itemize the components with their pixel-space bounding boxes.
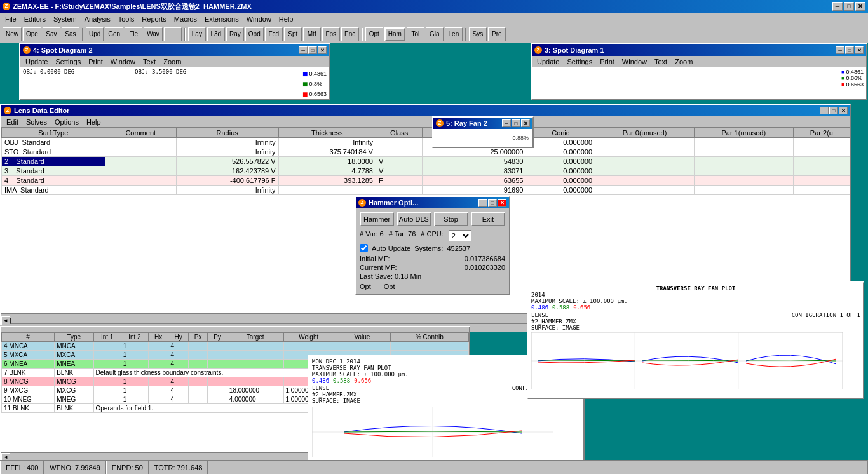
mf-cell[interactable] xyxy=(188,386,208,395)
mf-cell[interactable]: 6 MNEA xyxy=(2,360,55,369)
menu-editors[interactable]: Editors xyxy=(20,14,50,24)
menu-tools[interactable]: Tools xyxy=(114,14,139,24)
cell-conic[interactable]: 0.000000 xyxy=(526,138,595,147)
mf-cell[interactable]: 4 xyxy=(168,360,188,369)
mf-cell[interactable] xyxy=(390,342,468,351)
lens-editor-minimize[interactable]: ─ xyxy=(820,107,829,114)
mf-cell[interactable] xyxy=(334,342,391,351)
mf-cell[interactable]: 4 xyxy=(168,395,188,404)
hammer-minimize[interactable]: ─ xyxy=(478,199,487,207)
ray-fan-close[interactable]: ✕ xyxy=(521,119,530,127)
mf-cell[interactable] xyxy=(148,377,168,386)
spot1-menu-print[interactable]: Print xyxy=(596,57,618,66)
lens-menu-edit[interactable]: Edit xyxy=(3,118,22,126)
hammer-close[interactable]: ✕ xyxy=(498,199,506,207)
hammer-dialog-title[interactable]: Z Hammer Opti... ─ □ ✕ xyxy=(356,197,509,208)
cell-par1[interactable] xyxy=(694,157,793,166)
mf-cell[interactable]: MNEA xyxy=(55,360,93,369)
lens-editor-title-bar[interactable]: Z Lens Data Editor ─ □ ✕ xyxy=(1,105,850,116)
spot2-menu-print[interactable]: Print xyxy=(85,57,107,66)
hammer-autodls-btn[interactable]: Auto DLS xyxy=(397,212,431,226)
mf-cell[interactable]: BLNK xyxy=(55,404,93,413)
cell-comment[interactable] xyxy=(105,138,176,147)
btn-new[interactable]: New xyxy=(3,27,22,41)
mf-cell[interactable]: MNCG xyxy=(55,377,93,386)
cell-par0[interactable] xyxy=(595,157,695,166)
spot1-menu-update[interactable]: Update xyxy=(533,57,563,66)
spot1-menu-text[interactable]: Text xyxy=(651,57,671,66)
cell-par2[interactable] xyxy=(793,138,850,147)
mf-cell[interactable] xyxy=(188,342,208,351)
mf-cell[interactable] xyxy=(227,351,283,360)
btn-ham[interactable]: Ham xyxy=(384,27,405,41)
mf-cell[interactable]: 11 BLNK xyxy=(2,404,55,413)
cell-par1[interactable] xyxy=(694,186,793,195)
mf-cell[interactable]: 8 MNCG xyxy=(2,377,55,386)
cell-thickness[interactable]: 375.740184 V xyxy=(278,147,376,157)
btn-fcd[interactable]: Fcd xyxy=(265,27,283,41)
mf-cell[interactable] xyxy=(93,386,121,395)
close-button[interactable]: ✕ xyxy=(855,2,865,11)
lens-menu-options[interactable]: Options xyxy=(51,118,83,126)
btn-enc[interactable]: Enc xyxy=(341,27,359,41)
menu-analysis[interactable]: Analysis xyxy=(81,14,114,24)
btn-ray[interactable]: Ray xyxy=(226,27,244,41)
spot1-menu-window[interactable]: Window xyxy=(618,57,651,66)
btn-mtf[interactable]: Mtf xyxy=(303,27,321,41)
cell-glass[interactable]: V xyxy=(376,157,422,166)
cell-radius[interactable]: Infinity xyxy=(176,138,278,147)
cell-par0[interactable] xyxy=(595,147,695,157)
mf-cell[interactable]: MXCA xyxy=(55,351,93,360)
mf-cell[interactable] xyxy=(93,342,121,351)
spot1-close[interactable]: ✕ xyxy=(855,46,864,54)
spot1-minimize[interactable]: ─ xyxy=(836,46,844,54)
cell-thickness[interactable] xyxy=(278,186,376,195)
mf-cell[interactable] xyxy=(227,342,283,351)
lens-editor-maximize[interactable]: □ xyxy=(829,107,838,114)
lens-menu-help[interactable]: Help xyxy=(83,118,105,126)
cell-comment[interactable] xyxy=(105,176,176,186)
cell-surf[interactable]: IMA Standard xyxy=(2,186,105,195)
spot2-menu-update[interactable]: Update xyxy=(22,57,51,66)
btn-fps[interactable]: Fps xyxy=(322,27,340,41)
mf-cell[interactable]: 1 xyxy=(121,395,148,404)
mf-cell[interactable]: 1 xyxy=(121,351,148,360)
ray-fan-minimize[interactable]: ─ xyxy=(502,119,511,127)
cell-thickness[interactable]: 4.7788 xyxy=(278,166,376,176)
btn-spt[interactable]: Spt xyxy=(284,27,302,41)
mf-cell[interactable] xyxy=(188,360,208,369)
mf-cell[interactable] xyxy=(93,395,121,404)
hammer-exit-btn[interactable]: Exit xyxy=(471,212,505,226)
mf-cell[interactable] xyxy=(93,351,121,360)
table-row[interactable]: IMA Standard Infinity 91690 0.000000 xyxy=(2,186,850,195)
mf-cell[interactable]: 4.000000 xyxy=(227,395,283,404)
mf-cell[interactable] xyxy=(208,386,227,395)
table-row[interactable]: OBJ Standard Infinity Infinity Infinity … xyxy=(2,138,850,147)
cell-par2[interactable] xyxy=(793,157,850,166)
mf-cell[interactable] xyxy=(208,351,227,360)
btn-gen[interactable]: Gen xyxy=(105,27,123,41)
cell-surf[interactable]: 2 Standard xyxy=(2,157,105,166)
spot2-minimize[interactable]: ─ xyxy=(299,46,308,54)
mf-cell[interactable]: 4 MNCA xyxy=(2,342,55,351)
btn-color[interactable] xyxy=(164,27,182,41)
mf-cell[interactable] xyxy=(188,377,208,386)
cell-par1[interactable] xyxy=(694,166,793,176)
cell-par0[interactable] xyxy=(595,138,695,147)
btn-wav[interactable]: Wav xyxy=(144,27,163,41)
cell-glass[interactable] xyxy=(376,138,422,147)
btn-opd[interactable]: Opd xyxy=(245,27,264,41)
lens-editor-close[interactable]: ✕ xyxy=(839,107,848,114)
cell-comment[interactable] xyxy=(105,147,176,157)
menu-macros[interactable]: Macros xyxy=(170,14,201,24)
cell-par0[interactable] xyxy=(595,176,695,186)
cell-thickness[interactable]: Infinity xyxy=(278,138,376,147)
mf-cell[interactable] xyxy=(148,351,168,360)
menu-reports[interactable]: Reports xyxy=(138,14,170,24)
btn-sas[interactable]: Sas xyxy=(62,27,79,41)
table-row[interactable]: 3 Standard -162.423789 V 4.7788 V 83071 … xyxy=(2,166,850,176)
btn-len[interactable]: Len xyxy=(445,27,463,41)
mf-cell[interactable]: 10 MNEG xyxy=(2,395,55,404)
cell-surf[interactable]: OBJ Standard xyxy=(2,138,105,147)
spot-diagram-2-title-bar[interactable]: Z 4: Spot Diagram 2 ─ □ ✕ xyxy=(20,44,329,56)
